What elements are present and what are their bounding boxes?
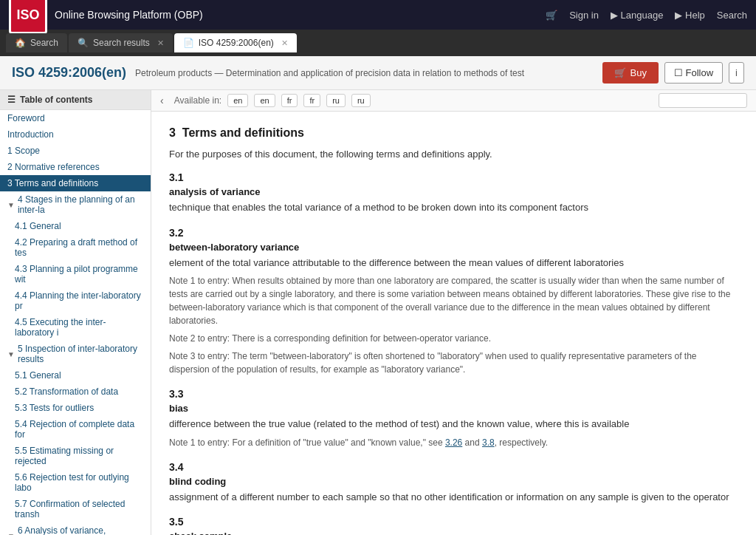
sidebar-collapse-button[interactable]: ‹ [160,95,164,106]
help-link[interactable]: ▶ Help [675,10,704,21]
doc-actions: 🛒 Buy ☐ Follow i [602,62,745,84]
available-in-label: Available in: [174,95,222,106]
lang-search-input[interactable] [659,93,747,108]
tab-doc-close[interactable]: ✕ [281,38,288,48]
doc-title-bar: ISO 4259:2006(en) Petroleum products — D… [0,56,756,90]
tab-search-results[interactable]: 🔍 Search results ✕ [69,33,173,52]
term-3-5-number: 3.5 [169,516,738,528]
sign-in-link[interactable]: Sign in [569,10,599,21]
follow-button[interactable]: ☐ Follow [664,62,723,84]
doc-icon: 📄 [183,38,194,48]
toc-s4-2[interactable]: 4.2 Preparing a draft method of tes [0,234,151,261]
term-3-2-number: 3.2 [169,227,738,239]
term-3-1-name: analysis of variance [169,186,738,197]
toc-s5-6[interactable]: 5.6 Rejection test for outlying labo [0,469,151,496]
term-3-3-def: difference between the true value (relat… [169,417,738,432]
toc-title: Table of contents [20,95,92,105]
expand-s5-icon: ▼ [7,350,15,358]
toc-items: Foreword Introduction 1 Scope 2 Normativ… [0,110,151,535]
lang-ru2[interactable]: ru [351,94,371,107]
lang-en1[interactable]: en [227,94,248,107]
term-3-3-number: 3.3 [169,388,738,400]
iso-logo: ISO [9,0,47,34]
term-3-4-def: assignment of a different number to each… [169,490,738,505]
term-3-1-number: 3.1 [169,171,738,183]
ref-3-8[interactable]: 3.8 [482,437,495,448]
toc-s4-4[interactable]: 4.4 Planning the inter-laboratory pr [0,287,151,314]
toc-s5-header[interactable]: ▼5 Inspection of inter-laboratory result… [0,341,151,367]
toc-s4-header[interactable]: ▼4 Stages in the planning of an inter-la [0,191,151,218]
term-3-4-number: 3.4 [169,461,738,473]
toc-s4-1[interactable]: 4.1 General [0,218,151,234]
toc-s5-1[interactable]: 5.1 General [0,367,151,384]
toc-s5-2[interactable]: 5.2 Transformation of data [0,384,151,400]
main-layout: ☰ Table of contents Foreword Introductio… [0,90,756,535]
toc-header: ☰ Table of contents [0,90,151,110]
term-3-2-note2: Note 2 to entry: There is a correspondin… [169,332,738,345]
lang-ru1[interactable]: ru [326,94,346,107]
doc-id: ISO 4259:2006(en) [12,65,126,81]
toc-s3[interactable]: 3 Terms and definitions [0,175,151,191]
tab-home-label: Search [30,38,58,48]
search-link[interactable]: Search [717,10,747,21]
language-dropdown[interactable]: ▶ Language [611,10,663,21]
home-icon: 🏠 [15,38,26,48]
tab-doc[interactable]: 📄 ISO 4259:2006(en) ✕ [174,33,297,52]
term-3-2-note1: Note 1 to entry: When results obtained b… [169,274,738,327]
term-3-2-note3: Note 3 to entry: The term "between-labor… [169,350,738,376]
term-3-4-name: blind coding [169,476,738,487]
toc-s5-4[interactable]: 5.4 Rejection of complete data for [0,416,151,443]
search-icon: 🔍 [78,38,89,48]
toc-s4-3[interactable]: 4.3 Planning a pilot programme wit [0,261,151,287]
content-area: ‹ Available in: en en fr fr ru ru 3 Term… [151,90,756,535]
info-button[interactable]: i [729,62,744,84]
tab-doc-label: ISO 4259:2006(en) [199,38,274,48]
section-intro: For the purposes of this document, the f… [169,149,738,160]
app-title: Online Browsing Platform (OBP) [55,9,546,21]
sidebar: ☰ Table of contents Foreword Introductio… [0,90,151,535]
toc-introduction[interactable]: Introduction [0,126,151,143]
toc-s5-7[interactable]: 5.7 Confirmation of selected transh [0,496,151,522]
cart-icon[interactable]: 🛒 [546,10,557,21]
term-3-5-name: check sample [169,531,738,535]
toc-s5-5[interactable]: 5.5 Estimating missing or rejected [0,443,151,469]
tab-results-label: Search results [93,38,150,48]
term-3-3-name: bias [169,403,738,414]
cart-btn-icon: 🛒 [614,67,626,78]
tab-bar: 🏠 Search 🔍 Search results ✕ 📄 ISO 4259:2… [0,30,756,56]
toc-s5-3[interactable]: 5.3 Tests for outliers [0,400,151,416]
toc-s1[interactable]: 1 Scope [0,143,151,159]
expand-s6-icon: ▼ [7,532,15,536]
doc-content: 3 Terms and definitions For the purposes… [151,112,756,535]
checkbox-icon: ☐ [674,67,683,78]
term-3-3-note1: Note 1 to entry: For a definition of "tr… [169,436,738,449]
lang-search-area [659,93,747,108]
toc-s2[interactable]: 2 Normative references [0,159,151,175]
toc-s4-5[interactable]: 4.5 Executing the inter-laboratory i [0,314,151,341]
doc-subtitle: Petroleum products — Determination and a… [135,68,593,78]
lang-fr1[interactable]: fr [281,94,298,107]
top-header: ISO Online Browsing Platform (OBP) 🛒 Sig… [0,0,756,30]
ref-3-26[interactable]: 3.26 [445,437,462,448]
section-heading: 3 Terms and definitions [169,126,738,140]
term-3-2-def: element of the total variance attributab… [169,256,738,270]
buy-button[interactable]: 🛒 Buy [602,62,659,84]
header-actions: 🛒 Sign in ▶ Language ▶ Help Search [546,10,747,21]
expand-s4-icon: ▼ [7,201,15,209]
term-3-1-def: technique that enables the total varianc… [169,200,738,215]
term-3-2-name: between-laboratory variance [169,242,738,253]
tab-results-close[interactable]: ✕ [157,38,164,48]
toc-menu-icon: ☰ [7,95,16,105]
tab-home[interactable]: 🏠 Search [6,33,67,52]
toc-s6-header[interactable]: ▼6 Analysis of variance, calculation an [0,522,151,535]
toc-foreword[interactable]: Foreword [0,110,151,126]
lang-bar: ‹ Available in: en en fr fr ru ru [151,90,756,112]
lang-fr2[interactable]: fr [303,94,320,107]
lang-en2[interactable]: en [254,94,275,107]
